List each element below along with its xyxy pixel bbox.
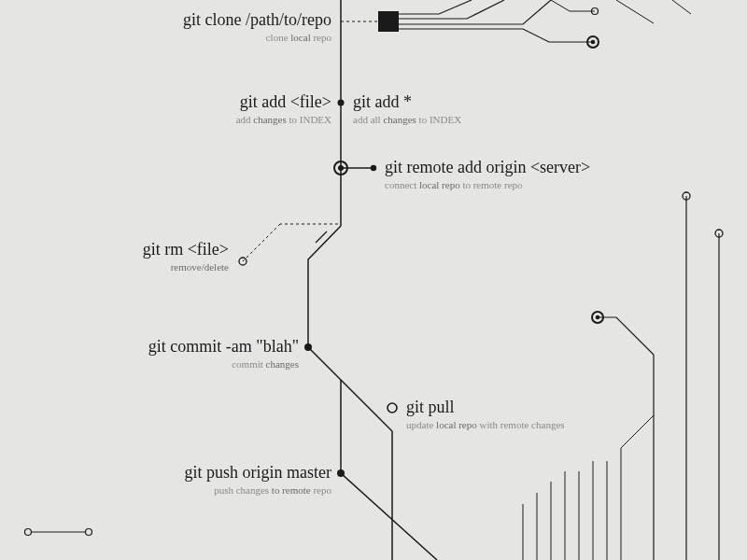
svg-point-6	[338, 100, 345, 106]
svg-point-4	[591, 40, 596, 45]
desc-pull: update local repo with remote changes	[406, 419, 565, 430]
node-add-all: git add * add all changes to INDEX	[353, 93, 461, 125]
cmd-remote-add: git remote add origin <server>	[385, 159, 590, 177]
svg-point-9	[338, 165, 344, 171]
svg-line-12	[243, 224, 280, 261]
svg-point-17	[337, 469, 345, 477]
node-pull: git pull update local repo with remote c…	[406, 399, 565, 430]
cmd-push: git push origin master	[185, 464, 331, 483]
svg-point-34	[86, 529, 92, 536]
node-rm: git rm <file> remove/delete	[143, 241, 229, 273]
cmd-rm: git rm <file>	[143, 241, 229, 259]
desc-add-file: add changes to INDEX	[236, 114, 331, 125]
svg-point-16	[388, 403, 397, 413]
svg-point-15	[304, 343, 312, 351]
cmd-commit: git commit -am "blah"	[148, 338, 299, 357]
node-push: git push origin master push changes to r…	[185, 464, 331, 496]
desc-add-all: add all changes to INDEX	[353, 114, 461, 125]
svg-rect-2	[378, 11, 399, 32]
svg-point-23	[596, 315, 600, 320]
desc-rm: remove/delete	[143, 261, 229, 273]
node-add-file: git add <file> add changes to INDEX	[236, 93, 331, 125]
cmd-pull: git pull	[406, 399, 565, 417]
cmd-add-file: git add <file>	[236, 93, 331, 112]
svg-line-14	[316, 231, 327, 243]
cmd-add-all: git add *	[353, 93, 461, 112]
desc-push: push changes to remote repo	[185, 484, 331, 496]
desc-clone: clone local repo	[183, 32, 331, 43]
node-remote-add: git remote add origin <server> connect l…	[385, 159, 590, 190]
cmd-clone: git clone /path/to/repo	[183, 11, 331, 30]
desc-remote-add: connect local repo to remote repo	[385, 179, 590, 190]
svg-point-32	[25, 529, 32, 536]
node-commit: git commit -am "blah" commit changes	[148, 338, 299, 370]
node-clone: git clone /path/to/repo clone local repo	[183, 11, 331, 43]
svg-point-10	[371, 165, 376, 171]
desc-commit: commit changes	[148, 358, 299, 370]
